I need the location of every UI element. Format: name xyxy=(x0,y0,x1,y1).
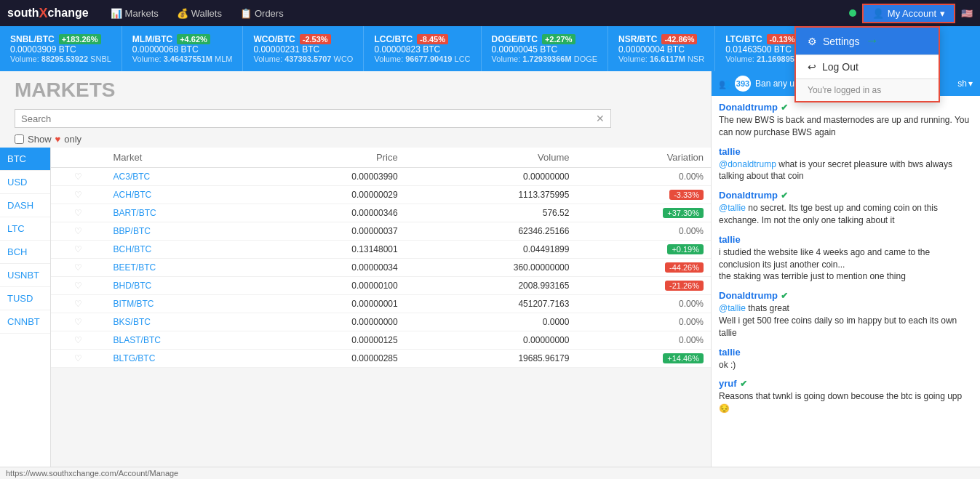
arrow-icon: → xyxy=(866,33,879,49)
fav-icon[interactable]: ♡ xyxy=(51,313,106,331)
col-volume[interactable]: Volume xyxy=(405,148,577,168)
ticker-price: 0.00000823 BTC xyxy=(374,44,470,55)
pair-link[interactable]: BKS/BTC xyxy=(113,317,151,327)
ticker-item[interactable]: LCC/BTC -8.45% 0.00000823 BTC Volume: 96… xyxy=(364,26,481,71)
pair-link[interactable]: BHD/BTC xyxy=(113,281,152,291)
flag-icon[interactable]: 🇺🇸 xyxy=(961,8,973,19)
chat-username[interactable]: Donaldtrump ✔ xyxy=(719,290,973,301)
status-url: https://www.southxchange.com/Account/Man… xyxy=(6,469,178,478)
market-tab-usnbt[interactable]: USNBT xyxy=(0,264,50,287)
left-panel: MARKETS ✕ Show ♥ only BTCUSDDASHLTCBCHUS… xyxy=(0,71,711,479)
favorites-checkbox[interactable] xyxy=(15,134,24,144)
variation-cell: -3.33% xyxy=(576,186,711,204)
pair-link[interactable]: BLTG/BTC xyxy=(113,353,156,363)
chat-username[interactable]: yruf ✔ xyxy=(719,378,973,389)
pair-link[interactable]: BBP/BTC xyxy=(113,226,151,236)
nav-wallets[interactable]: 💰 Wallets xyxy=(170,8,229,19)
mention[interactable]: @tallie xyxy=(719,303,746,313)
ticker-item[interactable]: MLM/BTC +4.62% 0.00000068 BTC Volume: 3.… xyxy=(122,26,244,71)
pair-link[interactable]: BLAST/BTC xyxy=(113,335,161,345)
chat-username[interactable]: tallie xyxy=(719,234,973,245)
market-tab-tusd[interactable]: TUSD xyxy=(0,287,50,310)
ticker-volume: Volume: 1.72939366M DOGE xyxy=(492,55,598,63)
market-tab-btc[interactable]: BTC xyxy=(0,148,50,171)
pair-link[interactable]: BEET/BTC xyxy=(113,262,156,273)
col-market[interactable]: Market xyxy=(106,148,258,168)
fav-icon[interactable]: ♡ xyxy=(51,204,106,222)
chat-username[interactable]: Donaldtrump ✔ xyxy=(719,102,973,113)
logout-icon: ↩ xyxy=(808,61,816,73)
fav-icon[interactable]: ♡ xyxy=(51,186,106,204)
chat-username[interactable]: tallie xyxy=(719,347,973,358)
chat-panel: 👥 393 Ban any user by click sh ▾ Donaldt… xyxy=(711,71,980,479)
brand-logo[interactable]: south X change xyxy=(7,6,89,21)
col-price[interactable]: Price xyxy=(258,148,405,168)
mention[interactable]: @tallie xyxy=(719,203,746,213)
chat-lang[interactable]: sh ▾ xyxy=(957,79,973,89)
chat-message-text: @tallie no secret. Its tge best up and c… xyxy=(719,202,973,227)
search-box[interactable]: ✕ xyxy=(15,109,611,128)
settings-item[interactable]: ⚙ Settings → xyxy=(796,28,939,55)
price-cell: 0.13148001 xyxy=(258,241,405,259)
clear-search-icon[interactable]: ✕ xyxy=(596,113,605,124)
volume-cell: 0.04491899 xyxy=(405,241,577,259)
chat-message: tallie i studied the website like 4 week… xyxy=(719,234,973,283)
variation-cell: 0.00% xyxy=(576,295,711,313)
nav-markets[interactable]: 📊 Markets xyxy=(103,8,166,19)
market-tab-bch[interactable]: BCH xyxy=(0,241,50,264)
ticker-item[interactable]: DOGE/BTC +2.27% 0.00000045 BTC Volume: 1… xyxy=(482,26,609,71)
market-tab-cnnbt[interactable]: CNNBT xyxy=(0,310,50,334)
variation-cell: 0.00% xyxy=(576,168,711,186)
mention[interactable]: @donaldtrump xyxy=(719,159,776,169)
ticker-item[interactable]: NSR/BTC -42.86% 0.00000004 BTC Volume: 1… xyxy=(608,26,715,71)
ticker-price: 0.00000068 BTC xyxy=(132,44,233,55)
account-button[interactable]: 👤 My Account ▾ xyxy=(862,4,955,23)
market-tab-dash[interactable]: DASH xyxy=(0,194,50,217)
fav-icon[interactable]: ♡ xyxy=(51,222,106,241)
ticker-pair: SNBL/BTC +183.26% xyxy=(10,34,111,44)
search-input[interactable] xyxy=(21,113,596,124)
variation-value: 0.00% xyxy=(679,299,704,309)
chat-message: yruf ✔ Reasons that twnkl is going down … xyxy=(719,378,973,415)
fav-icon[interactable]: ♡ xyxy=(51,331,106,350)
pair-link[interactable]: BART/BTC xyxy=(113,208,156,218)
pair-link[interactable]: ACH/BTC xyxy=(113,190,152,200)
ticker-item[interactable]: SNBL/BTC +183.26% 0.00003909 BTC Volume:… xyxy=(0,26,122,71)
pair-cell: BLAST/BTC xyxy=(106,331,258,350)
pair-link[interactable]: BCH/BTC xyxy=(113,244,152,254)
price-cell: 0.00000000 xyxy=(258,313,405,331)
fav-icon[interactable]: ♡ xyxy=(51,168,106,186)
chat-message: Donaldtrump ✔ The new BWS is back and ma… xyxy=(719,102,973,139)
ticker-price: 0.00000231 BTC xyxy=(253,44,353,55)
fav-icon[interactable]: ♡ xyxy=(51,350,106,368)
chat-message: Donaldtrump ✔ @tallie thats greatWell i … xyxy=(719,290,973,339)
fav-icon[interactable]: ♡ xyxy=(51,277,106,295)
pair-link[interactable]: BITM/BTC xyxy=(113,299,154,309)
fav-icon[interactable]: ♡ xyxy=(51,295,106,313)
price-cell: 0.00003990 xyxy=(258,168,405,186)
variation-cell: -21.26% xyxy=(576,277,711,295)
market-table: Market Price Volume Variation ♡ AC3/BTC … xyxy=(51,148,711,368)
fav-icon[interactable]: ♡ xyxy=(51,241,106,259)
chat-username[interactable]: tallie xyxy=(719,146,973,157)
market-tab-ltc[interactable]: LTC xyxy=(0,217,50,241)
pair-link[interactable]: AC3/BTC xyxy=(113,172,151,182)
col-variation[interactable]: Variation xyxy=(576,148,711,168)
ticker-volume: Volume: 437393.5707 WCO xyxy=(253,55,353,63)
table-row: ♡ BCH/BTC 0.13148001 0.04491899 +0.19% xyxy=(51,241,711,259)
ticker-item[interactable]: WCO/BTC -2.53% 0.00000231 BTC Volume: 43… xyxy=(243,26,364,71)
market-body: BTCUSDDASHLTCBCHUSNBTTUSDCNNBT Market Pr… xyxy=(0,148,711,479)
variation-value: 0.00% xyxy=(679,335,704,345)
pair-cell: BCH/BTC xyxy=(106,241,258,259)
col-fav xyxy=(51,148,106,168)
chat-message-text: The new BWS is back and masternodes are … xyxy=(719,114,973,139)
nav-orders[interactable]: 📋 Orders xyxy=(233,8,291,19)
account-dropdown: ⚙ Settings → ↩ Log Out You're logged in … xyxy=(794,26,940,102)
chat-username[interactable]: Donaldtrump ✔ xyxy=(719,190,973,201)
logout-item[interactable]: ↩ Log Out xyxy=(796,55,939,79)
ticker-pair: WCO/BTC -2.53% xyxy=(253,34,353,44)
ticker-pair: MLM/BTC +4.62% xyxy=(132,34,233,44)
fav-icon[interactable]: ♡ xyxy=(51,259,106,277)
market-tab-usd[interactable]: USD xyxy=(0,171,50,194)
brand-x: X xyxy=(39,6,48,21)
